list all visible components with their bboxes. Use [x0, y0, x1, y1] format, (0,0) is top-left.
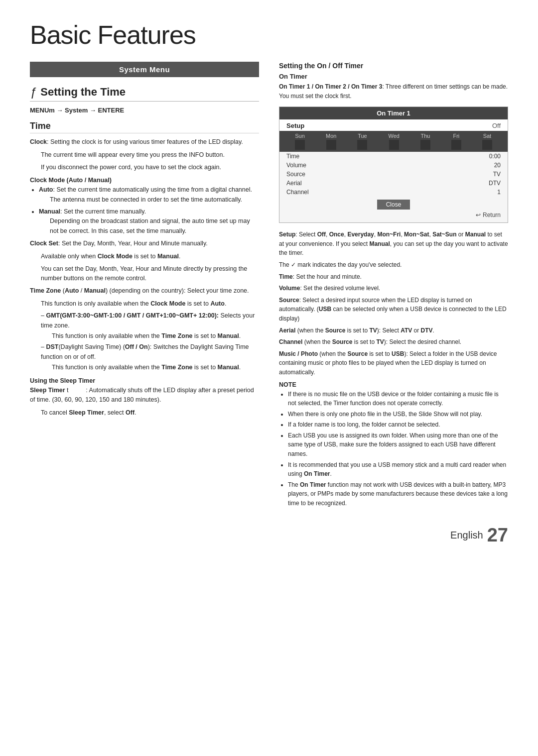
- return-label: Return: [483, 212, 501, 218]
- note-item-3: If a folder name is too long, the folder…: [288, 420, 508, 430]
- clock-indent2: If you disconnect the power cord, you ha…: [41, 163, 259, 172]
- page-footer: English 27: [30, 525, 508, 546]
- clock-set-indent1: Available only when Clock Mode is set to…: [41, 252, 259, 261]
- page-title: Basic Features: [30, 20, 508, 50]
- clock-mode-label: Clock Mode (Auto / Manual): [30, 177, 259, 184]
- on-timer-setup-off-row: Setup Off: [279, 119, 508, 131]
- setup-label: Setup: [286, 122, 304, 129]
- off-label: Off: [492, 122, 501, 129]
- note-item-5: It is recommended that you use a USB mem…: [288, 460, 508, 479]
- setting-time-label: Setting the Time: [40, 86, 126, 99]
- time-heading: Time: [30, 121, 259, 133]
- auto-indent: The antenna must be connected in order t…: [50, 195, 259, 205]
- sleep-timer-label: Using the Sleep Timer: [30, 377, 259, 384]
- day-sun: Sun: [295, 133, 305, 150]
- timer-volume-row: Volume20: [279, 161, 508, 170]
- setting-time-heading: ƒ Setting the Time: [30, 85, 259, 102]
- on-timer-title: On Timer 1: [279, 107, 508, 119]
- manual-bullet: Manual: Set the current time manually. D…: [39, 207, 259, 236]
- system-menu-bar: System Menu: [30, 62, 259, 77]
- note-box: NOTE If there is no music file on the US…: [279, 381, 508, 508]
- time-body: Time: Set the hour and minute.: [279, 272, 508, 282]
- return-row: ↩ Return: [279, 211, 508, 218]
- check-mark-note: The ✓ mark indicates the day you've sele…: [279, 260, 508, 270]
- days-row: Sun Mon Tue Wed Thu: [279, 131, 508, 152]
- note-label: NOTE: [279, 381, 508, 388]
- auto-bullet: Auto: Set the current time automatically…: [39, 185, 259, 205]
- manual-indent: Depending on the broadcast station and s…: [50, 216, 259, 236]
- close-button[interactable]: Close: [377, 200, 410, 210]
- close-row: Close: [279, 197, 508, 211]
- music-photo-body: Music / Photo (when the Source is set to…: [279, 349, 508, 377]
- time-zone-indent1: This function is only available when the…: [41, 299, 259, 309]
- right-column: Setting the On / Off Timer On Timer On T…: [279, 62, 508, 510]
- on-timer-box: On Timer 1 Setup Off Sun Mon Tue: [279, 107, 508, 223]
- sleep-timer-cancel: To cancel Sleep Timer, select Off.: [41, 408, 259, 418]
- on-off-timer-heading: Setting the On / Off Timer: [279, 62, 508, 70]
- dst-dash: DST(Daylight Saving Time) (Off / On): Sw…: [41, 342, 259, 362]
- timer-source-row: SourceTV: [279, 170, 508, 179]
- note-item-2: When there is only one photo file in the…: [288, 410, 508, 419]
- on-timer-sub: On Timer: [279, 73, 508, 80]
- timer-channel-row: Channel1: [279, 188, 508, 197]
- day-mon: Mon: [326, 133, 336, 150]
- aerial-body: Aerial (when the Source is set to TV): S…: [279, 326, 508, 335]
- setup-body: Setup: Select Off, Once, Everyday, Mon~F…: [279, 230, 508, 258]
- section-icon: ƒ: [30, 85, 36, 99]
- clock-body: Clock: Setting the clock is for using va…: [30, 137, 259, 147]
- note-item-1: If there is no music file on the USB dev…: [288, 390, 508, 408]
- day-sat: Sat: [482, 133, 492, 150]
- clock-set-indent2: You can set the Day, Month, Year, Hour a…: [41, 264, 259, 284]
- footer-language: English: [450, 530, 483, 541]
- clock-mode-list: Auto: Set the current time automatically…: [39, 185, 259, 236]
- dst-sub: This function is only available when the…: [52, 363, 259, 372]
- day-thu: Thu: [420, 133, 430, 150]
- timer-time-row: Time0:00: [279, 152, 508, 161]
- left-column: System Menu ƒ Setting the Time MENUm → S…: [30, 62, 259, 510]
- time-zone-body: Time Zone (Auto / Manual) (depending on …: [30, 286, 259, 296]
- on-timer-body: On Timer 1 / On Timer 2 / On Timer 3: Th…: [279, 82, 508, 101]
- note-list: If there is no music file on the USB dev…: [288, 390, 508, 508]
- note-item-4: Each USB you use is assigned its own fol…: [288, 431, 508, 459]
- timer-aerial-row: AerialDTV: [279, 179, 508, 188]
- day-wed: Wed: [388, 133, 399, 150]
- clock-indent1: The current time will appear every time …: [41, 150, 259, 160]
- clock-set-body: Clock Set: Set the Day, Month, Year, Hou…: [30, 239, 259, 248]
- day-fri: Fri: [451, 133, 461, 150]
- volume-body: Volume: Set the desired volume level.: [279, 284, 508, 293]
- gmt-sub: This function is only available when the…: [52, 331, 259, 341]
- page-number: 27: [487, 525, 508, 546]
- source-body: Source: Select a desired input source wh…: [279, 296, 508, 324]
- note-item-6: The On Timer function may not work with …: [288, 480, 508, 508]
- menu-path: MENUm → System → ENTERE: [30, 107, 259, 114]
- channel-body: Channel (when the Source is set to TV): …: [279, 337, 508, 347]
- day-tue: Tue: [357, 133, 367, 150]
- menu-path-text: MENUm → System → ENTERE: [30, 107, 124, 114]
- gmt-dash: GMT(GMT-3:00~GMT-1:00 / GMT / GMT+1:00~G…: [41, 311, 259, 330]
- sleep-timer-body: Sleep Timer t : Automatically shuts off …: [30, 386, 259, 405]
